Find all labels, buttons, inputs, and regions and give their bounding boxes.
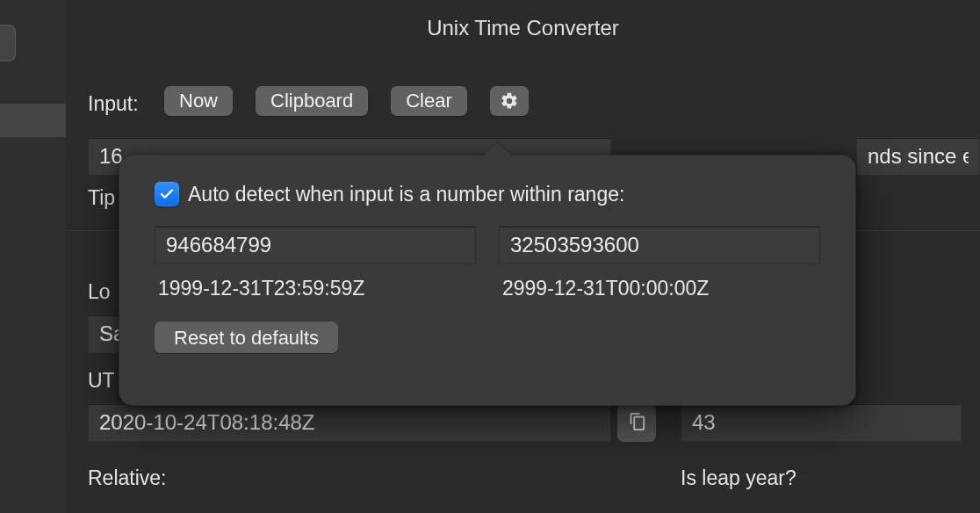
auto-detect-row: Auto detect when input is a number withi… [155,182,820,206]
units-select[interactable] [856,137,980,176]
utc-iso-field[interactable] [88,403,611,442]
now-button[interactable]: Now [164,86,233,116]
page-title: Unix Time Converter [66,16,980,40]
range-max-input[interactable] [499,226,820,264]
left-column-stub [0,0,66,513]
auto-detect-label: Auto detect when input is a number withi… [188,183,624,206]
main-panel: Unix Time Converter Input: Now Clipboard… [66,0,980,513]
clipboard-button[interactable]: Clipboard [256,86,368,116]
copy-icon [627,412,646,434]
range-min-input[interactable] [155,226,476,264]
input-label: Input: [88,92,139,116]
range-min-date: 1999-12-31T23:59:59Z [155,277,476,300]
relative-label: Relative: [88,466,166,490]
range-max-date: 2999-12-31T00:00:00Z [499,277,820,300]
utc-label-fragment: UT [88,369,115,393]
leap-year-label: Is leap year? [681,466,796,490]
week-number-field[interactable] [681,403,962,442]
toolbar-stub [0,25,16,61]
settings-button[interactable] [490,86,529,116]
range-grid: 1999-12-31T23:59:59Z 2999-12-31T00:00:00… [155,226,820,300]
sidebar-selection-stub [0,104,66,137]
tip-label-fragment: Tip [88,186,115,210]
gear-icon [500,91,519,111]
input-button-row: Now Clipboard Clear [164,86,529,116]
copy-utc-button[interactable] [617,403,656,442]
local-label-fragment: Lo [88,280,111,304]
clear-button[interactable]: Clear [391,86,467,116]
auto-detect-checkbox[interactable] [155,182,179,206]
settings-popover: Auto detect when input is a number withi… [119,155,856,406]
reset-defaults-button[interactable]: Reset to defaults [155,322,338,353]
